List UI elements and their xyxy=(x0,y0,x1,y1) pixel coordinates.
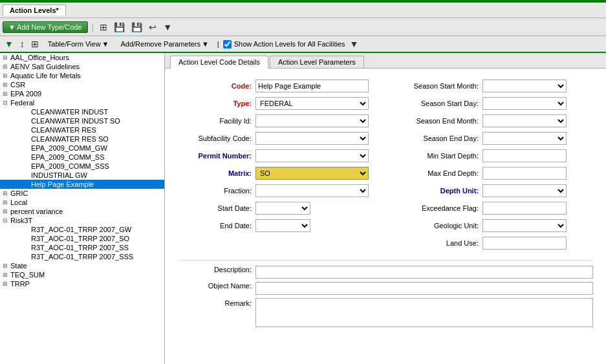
add-icon: ▼ xyxy=(8,23,16,31)
exceedance-flag-input[interactable] xyxy=(482,202,567,215)
tree-item-federal[interactable]: ⊟ Federal xyxy=(0,98,164,107)
expand-aal-icon: ⊞ xyxy=(3,54,9,61)
table-form-view-button[interactable]: Table/Form View ▼ xyxy=(43,39,114,49)
expand-risk3t-icon: ⊟ xyxy=(3,217,9,224)
start-date-label: Start Date: xyxy=(178,204,255,212)
tree-item-aenv[interactable]: ⊞ AENV Salt Guidelines xyxy=(0,62,164,71)
toolbar-secondary: ▼ ↕ ⊞ Table/Form View ▼ Add/Remove Param… xyxy=(0,36,606,53)
form-left-section: Code: Type: FEDERAL Facility Id: xyxy=(178,79,385,253)
sort-icon-button[interactable]: ↕ xyxy=(18,37,27,50)
undo-button[interactable]: ↩ xyxy=(147,21,158,34)
object-name-input[interactable] xyxy=(255,282,593,295)
type-select[interactable]: FEDERAL xyxy=(255,97,369,110)
start-date-select[interactable] xyxy=(255,202,310,215)
tree-item-teq-sum[interactable]: ⊞ TEQ_SUM xyxy=(0,270,164,279)
tree-item-csr[interactable]: ⊞ CSR xyxy=(0,80,164,89)
main-container: ⊞ AAL_Office_Hours ⊞ AENV Salt Guideline… xyxy=(0,53,606,364)
window-tab[interactable]: Action Levels* xyxy=(3,5,66,16)
fraction-select[interactable] xyxy=(255,184,369,197)
geologic-unit-row: Geologic Unit: xyxy=(392,219,593,233)
fraction-row: Fraction: xyxy=(178,184,373,198)
tree-item-r3t-sss[interactable]: R3T_AOC-01_TRRP 2007_SSS xyxy=(0,252,164,261)
tree-item-r3t-gw[interactable]: R3T_AOC-01_TRRP 2007_GW xyxy=(0,225,164,234)
expand-gric-icon: ⊞ xyxy=(3,190,9,197)
dropdown-button[interactable]: ▼ xyxy=(161,21,174,34)
max-end-depth-label: Max End Depth: xyxy=(392,169,482,177)
geologic-unit-label: Geologic Unit: xyxy=(392,222,482,230)
max-end-depth-input[interactable] xyxy=(482,167,567,180)
end-date-label: End Date: xyxy=(178,222,255,230)
tree-item-risk3t[interactable]: ⊟ Risk3T xyxy=(0,216,164,225)
tree-item-local[interactable]: ⊞ Local xyxy=(0,198,164,207)
tree-item-trrp[interactable]: ⊞ TRRP xyxy=(0,279,164,288)
add-remove-params-button[interactable]: Add/Remove Parameters ▼ xyxy=(116,39,213,49)
expand-federal-icon: ⊟ xyxy=(3,100,9,106)
tree-item-r3t-so[interactable]: R3T_AOC-01_TRRP 2007_SO xyxy=(0,234,164,243)
matrix-label: Matrix: xyxy=(178,169,255,177)
remark-textarea[interactable] xyxy=(255,298,593,327)
expand-aquatic-icon: ⊞ xyxy=(3,72,9,79)
tree-item-epa2009-comm-sss[interactable]: EPA_2009_COMM_SSS xyxy=(0,162,164,171)
max-end-depth-row: Max End Depth: xyxy=(392,166,593,180)
tab-parameters[interactable]: Action Level Parameters xyxy=(270,56,364,68)
land-use-label: Land Use: xyxy=(392,239,482,247)
tree-item-cleanwater-indust[interactable]: CLEANWATER INDUST xyxy=(0,107,164,116)
geologic-unit-select[interactable] xyxy=(482,219,567,232)
subfacility-select[interactable] xyxy=(255,132,369,145)
permit-select[interactable] xyxy=(255,149,369,162)
add-new-type-button[interactable]: ▼ Add New Type/Code xyxy=(3,21,88,33)
tree-item-epa2009-comm-ss[interactable]: EPA_2009_COMM_SS xyxy=(0,153,164,162)
expand-teq-icon: ⊞ xyxy=(3,272,9,278)
panel-tab-bar: Action Level Code Details Action Level P… xyxy=(165,53,606,69)
season-start-day-select[interactable] xyxy=(482,97,567,110)
show-dropdown-button[interactable]: ▼ xyxy=(348,37,361,50)
permit-label: Permit Number: xyxy=(178,152,255,160)
tree-item-epa2009[interactable]: ⊞ EPA 2009 xyxy=(0,89,164,98)
table-icon-button[interactable]: ⊞ xyxy=(98,21,109,34)
tree-item-epa2009-comm-gw[interactable]: EPA_2009_COMM_GW xyxy=(0,144,164,153)
remark-label: Remark: xyxy=(178,298,255,307)
season-start-month-row: Season Start Month: xyxy=(392,79,593,93)
tab-bar: Action Levels* xyxy=(0,3,606,18)
save-button[interactable]: 💾 xyxy=(112,21,127,34)
season-end-month-label: Season End Month: xyxy=(392,117,482,125)
tab-code-details[interactable]: Action Level Code Details xyxy=(170,56,268,69)
code-input[interactable] xyxy=(255,80,369,92)
tree-item-help-page[interactable]: Help Page Example xyxy=(0,180,164,189)
season-end-month-select[interactable] xyxy=(482,114,567,127)
exceedance-flag-label: Exceedance Flag: xyxy=(392,204,482,212)
show-all-checkbox[interactable] xyxy=(223,40,232,48)
expand-epa2009-icon: ⊞ xyxy=(3,91,9,97)
toolbar-main: ▼ Add New Type/Code | ⊞ 💾 💾 ↩ ▼ xyxy=(0,18,606,36)
matrix-select[interactable]: SO xyxy=(255,167,369,180)
season-end-day-row: Season End Day: xyxy=(392,131,593,145)
depth-unit-select[interactable] xyxy=(482,184,567,197)
tree-item-industrial-gw[interactable]: INDUSTRIAL GW xyxy=(0,171,164,180)
grid-icon-button[interactable]: ⊞ xyxy=(29,37,41,50)
min-start-depth-row: Min Start Depth: xyxy=(392,149,593,163)
tree-item-aal[interactable]: ⊞ AAL_Office_Hours xyxy=(0,53,164,62)
expand-local-icon: ⊞ xyxy=(3,199,9,206)
remark-row: Remark: xyxy=(178,298,593,327)
season-end-day-select[interactable] xyxy=(482,132,567,145)
tree-item-state[interactable]: ⊞ State xyxy=(0,261,164,270)
tree-item-aquatic[interactable]: ⊞ Aquatic Life for Metals xyxy=(0,71,164,80)
permit-row: Permit Number: xyxy=(178,149,373,163)
facility-id-select[interactable] xyxy=(255,114,369,127)
tree-item-cleanwater-res[interactable]: CLEANWATER RES xyxy=(0,125,164,134)
save2-button[interactable]: 💾 xyxy=(129,21,144,34)
tree-item-cleanwater-res-so[interactable]: CLEANWATER RES SO xyxy=(0,134,164,144)
tree-item-gric[interactable]: ⊞ GRIC xyxy=(0,189,164,198)
description-input[interactable] xyxy=(255,266,593,279)
tree-item-cleanwater-indust-so[interactable]: CLEANWATER INDUST SO xyxy=(0,116,164,125)
form-grid: Code: Type: FEDERAL Facility Id: xyxy=(178,79,593,253)
form-area: Code: Type: FEDERAL Facility Id: xyxy=(165,69,606,364)
depth-unit-row: Depth Unit: xyxy=(392,184,593,198)
end-date-select[interactable] xyxy=(255,219,310,232)
tree-item-percent-variance[interactable]: ⊞ percent variance xyxy=(0,207,164,216)
min-start-depth-input[interactable] xyxy=(482,149,567,162)
filter-icon-button[interactable]: ▼ xyxy=(3,37,16,50)
season-start-month-select[interactable] xyxy=(482,80,567,92)
land-use-input[interactable] xyxy=(482,237,567,250)
tree-item-r3t-ss[interactable]: R3T_AOC-01_TRRP 2007_SS xyxy=(0,243,164,252)
